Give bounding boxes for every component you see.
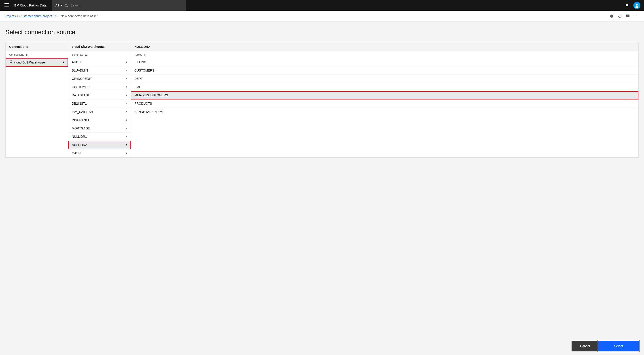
tables-pane: NULLIDRA Tables (7) BILLING CUSTOMERS DE…: [131, 42, 638, 158]
schema-label-BLUADMIN: BLUADMIN: [72, 69, 88, 72]
schema-item-MORTGAGE[interactable]: MORTGAGE: [68, 124, 130, 132]
schemas-pane: cloud Db2 Warehouse Schemas (12) AUDIT B…: [68, 42, 131, 158]
table-item-SANDHYADEPTEMP[interactable]: SANDHYADEPTEMP: [131, 108, 638, 116]
search-input[interactable]: [70, 4, 182, 7]
history-button[interactable]: [616, 12, 624, 20]
schema-label-AUDIT: AUDIT: [72, 60, 81, 64]
cancel-button[interactable]: Cancel: [572, 341, 598, 352]
history-icon: [618, 14, 622, 18]
chevron-right-icon: [126, 69, 127, 72]
chat-button[interactable]: [624, 12, 632, 20]
search-icon: [64, 4, 68, 7]
tables-header: NULLIDRA: [131, 42, 638, 52]
table-item-CUSTOMERS[interactable]: CUSTOMERS: [131, 66, 638, 75]
table-item-DEPT[interactable]: DEPT: [131, 75, 638, 83]
svg-point-7: [635, 16, 636, 17]
svg-point-5: [635, 6, 638, 8]
avatar-icon: [634, 2, 640, 8]
connections-pane: Connections Connections (1) cloud Db2 Wa…: [6, 42, 68, 158]
share-icon: [634, 14, 638, 18]
chevron-right-icon: [126, 144, 127, 146]
search-bar: All: [52, 0, 186, 11]
connection-item-db2[interactable]: cloud Db2 Warehouse: [6, 58, 68, 66]
schema-label-NULLIDRA: NULLIDRA: [72, 143, 87, 147]
breadcrumb-projects-link[interactable]: Projects: [4, 14, 16, 18]
chat-icon: [626, 14, 630, 18]
search-type-selector[interactable]: All: [56, 4, 62, 7]
schema-label-IBM_SAILFISH: IBM_SAILFISH: [72, 110, 93, 114]
schema-item-CUSTOMER[interactable]: CUSTOMER: [68, 83, 130, 91]
breadcrumb: Projects / Customer churn project 3.5 / …: [4, 14, 98, 18]
table-item-PRODUCTS[interactable]: PRODUCTS: [131, 100, 638, 108]
schema-label-DB2INST1: DB2INST1: [72, 102, 87, 105]
schema-item-INSURANCE[interactable]: INSURANCE: [68, 116, 130, 124]
column-browser: Connections Connections (1) cloud Db2 Wa…: [5, 42, 639, 158]
table-label-EMP: EMP: [134, 85, 141, 89]
top-navigation: IBM Cloud Pak for Data All: [0, 0, 644, 11]
breadcrumb-actions: [608, 12, 640, 20]
notifications-button[interactable]: [622, 0, 632, 11]
svg-rect-2: [4, 6, 9, 6]
breadcrumb-bar: Projects / Customer churn project 3.5 / …: [0, 11, 644, 22]
svg-point-4: [636, 4, 638, 6]
schema-item-NULLIDR1[interactable]: NULLIDR1: [68, 132, 130, 141]
schema-item-DB2INST1[interactable]: DB2INST1: [68, 100, 130, 108]
bell-icon: [625, 3, 629, 8]
schema-label-DATASTAGE: DATASTAGE: [72, 94, 90, 97]
svg-point-8: [636, 15, 637, 16]
connection-name-label: cloud Db2 Warehouse: [14, 60, 45, 64]
schema-item-BLUADMIN[interactable]: BLUADMIN: [68, 66, 130, 75]
schema-label-QASN: QASN: [72, 151, 81, 155]
page-title: Select connection source: [5, 28, 639, 36]
table-label-PRODUCTS: PRODUCTS: [134, 102, 152, 105]
hamburger-icon: [4, 3, 9, 7]
svg-point-9: [636, 16, 637, 17]
key-icon: [9, 60, 12, 64]
svg-rect-0: [4, 3, 9, 4]
table-item-EMP[interactable]: EMP: [131, 83, 638, 91]
schemas-header: cloud Db2 Warehouse: [68, 42, 130, 52]
brand-prefix: IBM: [14, 4, 19, 7]
table-label-SANDHYADEPTEMP: SANDHYADEPTEMP: [134, 110, 164, 114]
key-svg-icon: [9, 60, 12, 64]
chevron-right-icon: [62, 61, 64, 64]
chevron-right-icon: [126, 102, 127, 104]
schema-label-CP4DCREDIT: CP4DCREDIT: [72, 77, 92, 80]
user-avatar[interactable]: [633, 2, 640, 9]
table-item-MERGEDCUSTOMERS[interactable]: MERGEDCUSTOMERS: [131, 91, 638, 100]
main-content: Select connection source Connections Con…: [0, 22, 644, 355]
brand-suffix: Cloud Pak for Data: [20, 4, 46, 7]
breadcrumb-project-link[interactable]: Customer churn project 3.5: [19, 14, 57, 18]
table-item-BILLING[interactable]: BILLING: [131, 58, 638, 66]
schema-item-QASN[interactable]: QASN: [68, 149, 130, 158]
footer-actions: Cancel Select: [0, 337, 644, 355]
connection-item-inner: cloud Db2 Warehouse: [9, 60, 45, 64]
schema-item-CP4DCREDIT[interactable]: CP4DCREDIT: [68, 75, 130, 83]
schema-item-AUDIT[interactable]: AUDIT: [68, 58, 130, 66]
chevron-right-icon: [126, 119, 127, 121]
info-button[interactable]: [608, 12, 616, 20]
info-icon: [610, 14, 614, 18]
schema-label-CUSTOMER: CUSTOMER: [72, 85, 90, 89]
schema-label-NULLIDR1: NULLIDR1: [72, 135, 87, 138]
hamburger-menu-button[interactable]: [4, 2, 10, 9]
chevron-down-icon: [60, 5, 62, 6]
chevron-right-icon: [126, 136, 127, 138]
brand-name: IBM Cloud Pak for Data: [14, 4, 46, 7]
schema-item-NULLIDRA[interactable]: NULLIDRA: [68, 141, 130, 149]
chevron-right-icon: [126, 152, 127, 154]
breadcrumb-separator-2: /: [58, 14, 59, 18]
chevron-right-icon: [126, 94, 127, 96]
table-label-CUSTOMERS: CUSTOMERS: [134, 69, 154, 72]
share-button[interactable]: [632, 12, 640, 20]
table-label-BILLING: BILLING: [134, 60, 146, 64]
chevron-right-icon: [126, 61, 127, 63]
schema-item-DATASTAGE[interactable]: DATASTAGE: [68, 91, 130, 100]
select-button[interactable]: Select: [598, 341, 639, 352]
chevron-right-icon: [126, 111, 127, 113]
chevron-right-icon: [126, 78, 127, 80]
search-type-label: All: [56, 4, 59, 7]
tables-count: Tables (7): [131, 52, 638, 58]
schemas-count: Schemas (12): [68, 52, 130, 58]
schema-item-IBM_SAILFISH[interactable]: IBM_SAILFISH: [68, 108, 130, 116]
